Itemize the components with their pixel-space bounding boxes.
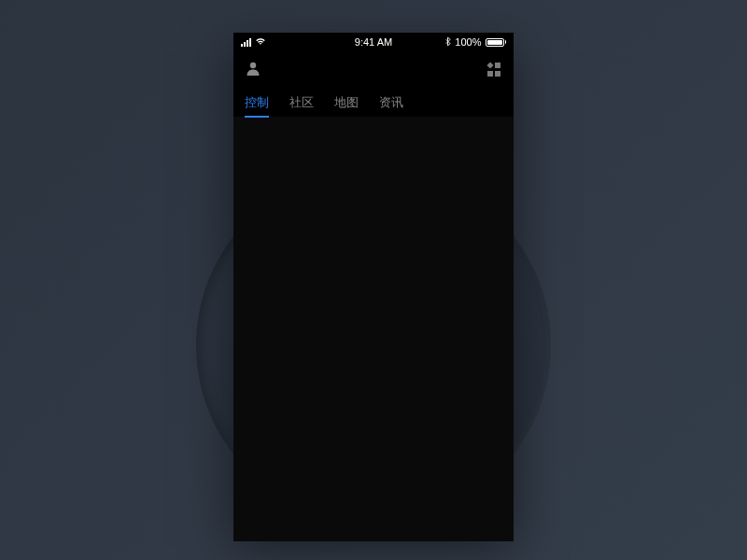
tab-control[interactable]: 控制 — [245, 89, 269, 117]
wifi-icon — [255, 36, 266, 48]
tab-map[interactable]: 地图 — [334, 89, 359, 117]
phone-screen: 9:41 AM 100% 控制 社区 地 — [233, 33, 514, 527]
tab-news[interactable]: 资讯 — [379, 89, 403, 117]
bluetooth-icon — [444, 36, 451, 49]
content-area — [233, 117, 514, 541]
status-bar: 9:41 AM 100% — [233, 33, 514, 51]
status-right: 100% — [444, 36, 506, 49]
profile-icon[interactable] — [245, 60, 261, 80]
signal-icon — [241, 38, 251, 47]
svg-point-0 — [250, 63, 256, 68]
status-left — [241, 36, 266, 48]
battery-percent: 100% — [455, 36, 481, 48]
battery-icon — [486, 38, 507, 47]
tab-community[interactable]: 社区 — [289, 89, 314, 117]
nav-bar — [233, 51, 514, 89]
grid-icon[interactable] — [487, 63, 502, 77]
status-time: 9:41 AM — [355, 36, 392, 48]
tabs-bar: 控制 社区 地图 资讯 — [233, 89, 514, 117]
